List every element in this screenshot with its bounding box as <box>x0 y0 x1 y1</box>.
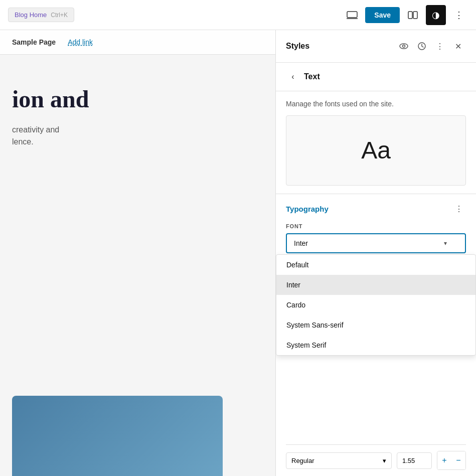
font-option-system-serif[interactable]: System Serif <box>276 335 475 355</box>
svg-rect-3 <box>413 12 417 19</box>
theme-toggle-button[interactable]: ◑ <box>426 5 446 25</box>
font-preview-area: Aa <box>286 115 466 186</box>
panel-description: Manage the fonts used on the site. <box>276 91 476 115</box>
chevron-down-icon: ▾ <box>444 240 447 247</box>
history-icon <box>418 42 426 50</box>
style-chevron-icon: ▾ <box>383 457 386 464</box>
font-option-default[interactable]: Default <box>276 255 475 275</box>
minus-icon: − <box>456 456 460 465</box>
blog-home-button[interactable]: Blog Home Ctrl+K <box>8 8 74 22</box>
styles-panel: Styles ⋮ ✕ <box>275 30 476 476</box>
font-select-value: Inter <box>294 239 308 247</box>
theme-toggle-icon: ◑ <box>432 10 440 21</box>
main-area: Sample Page Add link ion and creativity … <box>0 30 476 476</box>
typography-more-button[interactable]: ⋮ <box>452 202 466 216</box>
panel-header: Styles ⋮ ✕ <box>276 30 476 63</box>
hero-text: ion and creativity and lence. <box>0 55 275 158</box>
hero-title: ion and <box>12 85 263 114</box>
font-option-cardo[interactable]: Cardo <box>276 295 475 315</box>
toolbar-left: Blog Home Ctrl+K <box>8 8 74 22</box>
close-panel-button[interactable]: ✕ <box>450 38 466 54</box>
blog-home-label: Blog Home <box>15 11 47 19</box>
typography-label: Typography <box>286 205 329 213</box>
toolbar: Blog Home Ctrl+K Save ◑ ⋮ <box>0 0 476 30</box>
line-height-increase-button[interactable]: + <box>437 451 451 469</box>
font-dropdown: Default Inter Cardo System Sans-serif Sy… <box>276 254 476 356</box>
nav-bar-preview: Sample Page Add link <box>0 30 275 55</box>
more-options-icon: ⋮ <box>454 10 463 21</box>
split-view-button[interactable] <box>404 6 422 24</box>
canvas-preview: Sample Page Add link ion and creativity … <box>0 30 275 476</box>
close-icon: ✕ <box>455 42 461 51</box>
preview-button[interactable] <box>396 38 412 54</box>
more-options-button[interactable]: ⋮ <box>450 6 468 24</box>
section-header: Typography ⋮ <box>286 202 466 216</box>
panel-more-icon: ⋮ <box>436 42 444 51</box>
panel-more-button[interactable]: ⋮ <box>432 38 448 54</box>
font-style-label: Regular <box>291 457 314 464</box>
text-section-title: Text <box>304 72 320 81</box>
typography-more-icon: ⋮ <box>455 204 463 214</box>
svg-rect-2 <box>408 12 412 19</box>
hero-subtitle: creativity and lence. <box>12 124 263 148</box>
font-select-wrapper: Inter ▾ Default Inter Cardo System Sans-… <box>286 233 466 253</box>
plus-icon: + <box>442 456 446 465</box>
panel-header-actions: ⋮ ✕ <box>396 38 466 54</box>
font-select[interactable]: Inter ▾ <box>286 233 466 253</box>
laptop-view-button[interactable] <box>343 6 361 24</box>
bottom-controls: Regular ▾ + − <box>286 444 466 476</box>
history-button[interactable] <box>414 38 430 54</box>
svg-rect-0 <box>347 12 357 18</box>
eye-icon <box>399 43 408 49</box>
font-preview-text: Aa <box>361 136 391 164</box>
font-option-system-sans[interactable]: System Sans-serif <box>276 315 475 335</box>
nav-add-link[interactable]: Add link <box>68 38 93 46</box>
line-height-input[interactable] <box>397 452 432 469</box>
hero-subtitle-line1: creativity and <box>12 124 263 136</box>
font-option-inter[interactable]: Inter <box>276 275 475 295</box>
save-button[interactable]: Save <box>365 7 400 23</box>
back-icon: ‹ <box>291 72 294 81</box>
nav-sample-page: Sample Page <box>12 38 56 46</box>
laptop-icon <box>347 11 358 19</box>
line-height-controls: + − <box>437 451 466 470</box>
hero-image-placeholder <box>12 396 223 476</box>
text-sub-header: ‹ Text <box>276 63 476 91</box>
font-label: FONT <box>286 223 466 229</box>
canvas-inner: Sample Page Add link ion and creativity … <box>0 30 275 476</box>
svg-point-5 <box>403 45 405 48</box>
split-view-icon <box>408 11 418 19</box>
typography-section: Typography ⋮ FONT Inter ▾ Default Inter … <box>276 194 476 476</box>
line-height-decrease-button[interactable]: − <box>451 451 465 469</box>
panel-title: Styles <box>286 42 309 51</box>
svg-point-4 <box>400 44 408 49</box>
back-button[interactable]: ‹ <box>286 70 300 84</box>
font-style-select[interactable]: Regular ▾ <box>286 452 392 469</box>
toolbar-right: Save ◑ ⋮ <box>343 5 468 25</box>
hero-subtitle-line2: lence. <box>12 136 263 148</box>
blog-home-shortcut: Ctrl+K <box>51 12 68 19</box>
